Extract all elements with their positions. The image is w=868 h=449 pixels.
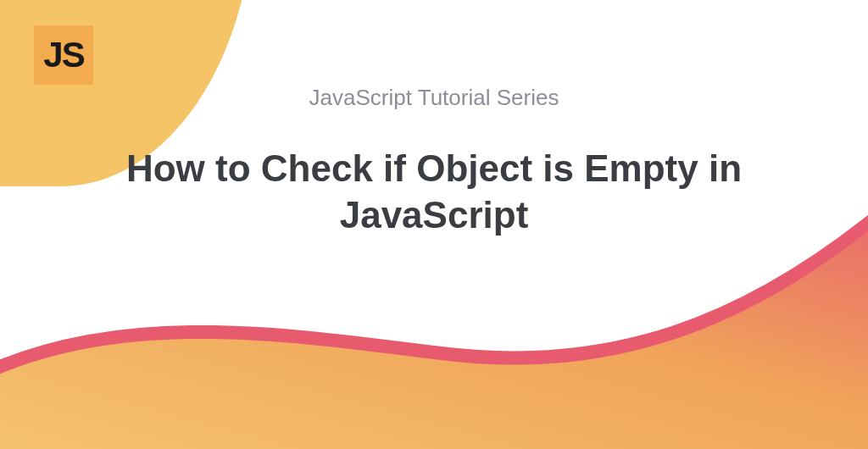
js-logo: JS: [34, 25, 93, 85]
content-area: JavaScript Tutorial Series How to Check …: [0, 85, 868, 238]
decorative-wave-bottom: [0, 212, 868, 449]
article-title: How to Check if Object is Empty in JavaS…: [61, 145, 807, 238]
series-subtitle: JavaScript Tutorial Series: [0, 85, 868, 111]
js-logo-text: JS: [43, 35, 83, 75]
